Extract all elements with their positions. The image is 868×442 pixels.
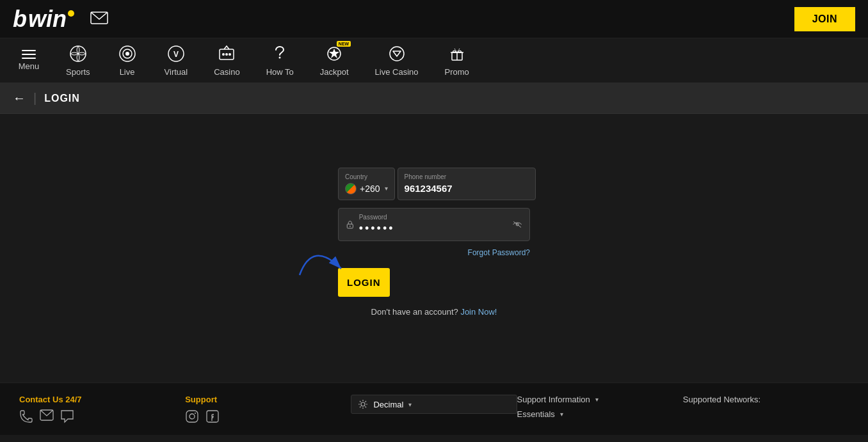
svg-point-24 [195, 413, 196, 414]
signup-text-label: Don't have an account? [371, 307, 458, 317]
top-nav-left: b win [13, 6, 108, 33]
login-form: Country +260 ▾ Phone number Password [338, 168, 530, 317]
nav-item-promo[interactable]: Promo [433, 40, 481, 82]
svg-point-10 [229, 53, 231, 56]
live-icon [118, 45, 136, 63]
lock-icon [346, 218, 354, 231]
howto-icon [271, 45, 289, 63]
phone-icon[interactable] [19, 409, 33, 423]
country-value: +260 ▾ [345, 183, 388, 194]
footer-social-icons [185, 409, 351, 423]
chat-icon[interactable] [60, 409, 74, 423]
decimal-dropdown[interactable]: Decimal ▾ [351, 395, 517, 414]
join-button[interactable]: JOIN [794, 7, 855, 31]
nav-label-jackpot: Jackpot [320, 67, 349, 77]
logo[interactable]: b win [13, 6, 74, 33]
howto-icon-wrap [271, 45, 289, 65]
footer-support-info-col: Support Information ▾ Essentials ▾ [517, 395, 683, 419]
footer-decimal-col: Decimal ▾ [351, 395, 517, 414]
envelope-icon[interactable] [90, 12, 108, 27]
support-info-chevron-icon: ▾ [595, 396, 599, 403]
svg-point-4 [125, 52, 129, 56]
decimal-label: Decimal [373, 400, 403, 409]
logo-dot [68, 10, 74, 17]
nav-item-sports[interactable]: Sports [54, 40, 102, 82]
login-button[interactable]: LOGIN [338, 268, 390, 297]
svg-point-8 [222, 53, 225, 56]
country-chevron-icon: ▾ [385, 185, 388, 192]
nav-item-live[interactable]: Live [105, 40, 150, 82]
password-field: Password [338, 208, 530, 241]
forgot-password-anchor[interactable]: Forgot Password? [468, 248, 530, 257]
footer-contact-title: Contact Us 24/7 [19, 395, 185, 404]
join-now-link[interactable]: Join Now! [460, 307, 497, 317]
sports-icon-wrap [69, 45, 87, 65]
eye-hidden-icon[interactable] [513, 219, 522, 230]
essentials-item[interactable]: Essentials ▾ [517, 409, 683, 419]
casino-icon-wrap [218, 45, 236, 65]
nav-label-promo: Promo [445, 67, 469, 77]
promo-icon [448, 45, 466, 63]
hamburger-icon [22, 50, 36, 59]
virtual-icon-wrap: V [167, 45, 185, 65]
nav-label-casino: Casino [214, 67, 239, 77]
footer-support-col: Support [185, 395, 351, 423]
password-input[interactable] [359, 222, 508, 235]
nav-item-casino[interactable]: Casino [202, 40, 251, 82]
nav-label-sports: Sports [66, 67, 90, 77]
nav-label-live-casino: Live Casino [375, 67, 419, 77]
main-content: Country +260 ▾ Phone number Password [0, 114, 868, 383]
country-code: +260 [360, 184, 380, 194]
phone-row: Country +260 ▾ Phone number [338, 168, 530, 200]
decimal-chevron-icon: ▾ [408, 401, 412, 408]
support-info-item[interactable]: Support Information ▾ [517, 395, 683, 404]
phone-field: Phone number [398, 168, 536, 200]
nav-item-menu[interactable]: Menu [6, 45, 51, 76]
svg-point-13 [390, 47, 404, 61]
footer-support-title: Support [185, 395, 351, 404]
nav-item-virtual[interactable]: V Virtual [153, 40, 200, 82]
jackpot-badge: NEW [337, 41, 351, 47]
sports-icon [69, 45, 87, 63]
phone-label: Phone number [405, 173, 529, 180]
instagram-icon[interactable] [185, 409, 199, 423]
footer-networks-col: Supported Networks: [683, 395, 849, 404]
footer: Contact Us 24/7 Support [0, 383, 868, 435]
page-header: ← | LOGIN [0, 83, 868, 114]
facebook-icon[interactable] [205, 409, 220, 423]
footer-contact-icons [19, 409, 185, 423]
svg-point-26 [361, 402, 365, 406]
settings-icon [358, 399, 368, 409]
back-button[interactable]: ← [13, 91, 26, 106]
login-button-wrap: LOGIN [338, 265, 530, 297]
support-info-label: Support Information [517, 395, 590, 404]
password-input-wrap: Password [359, 214, 508, 235]
logo-text: b [13, 6, 27, 33]
essentials-label: Essentials [517, 409, 555, 419]
top-nav: b win JOIN [0, 0, 868, 38]
live-casino-icon-wrap [388, 45, 406, 65]
nav-item-howto[interactable]: How To [255, 40, 305, 82]
password-label: Password [359, 214, 508, 221]
essentials-chevron-icon: ▾ [560, 411, 563, 418]
svg-point-11 [279, 56, 281, 58]
networks-label: Supported Networks: [683, 395, 849, 404]
nav-item-jackpot[interactable]: NEW Jackpot [309, 40, 360, 82]
forgot-password-link[interactable]: Forgot Password? [338, 246, 530, 258]
header-divider: | [33, 91, 36, 106]
email-icon[interactable] [40, 409, 54, 421]
country-selector[interactable]: Country +260 ▾ [338, 168, 395, 200]
nav-item-live-casino[interactable]: Live Casino [364, 40, 430, 82]
virtual-icon: V [167, 45, 185, 63]
jackpot-icon-wrap: NEW [325, 45, 343, 65]
casino-icon [218, 45, 236, 63]
svg-point-23 [189, 414, 195, 419]
svg-text:V: V [173, 50, 179, 59]
live-icon-wrap [118, 45, 136, 65]
footer-support-list: Support Information ▾ Essentials ▾ [517, 395, 683, 419]
live-casino-icon [388, 45, 406, 63]
nav-label-howto: How To [266, 67, 294, 77]
main-nav: Menu Sports Live [0, 38, 868, 83]
phone-input[interactable] [405, 183, 529, 194]
country-label: Country [345, 173, 388, 180]
